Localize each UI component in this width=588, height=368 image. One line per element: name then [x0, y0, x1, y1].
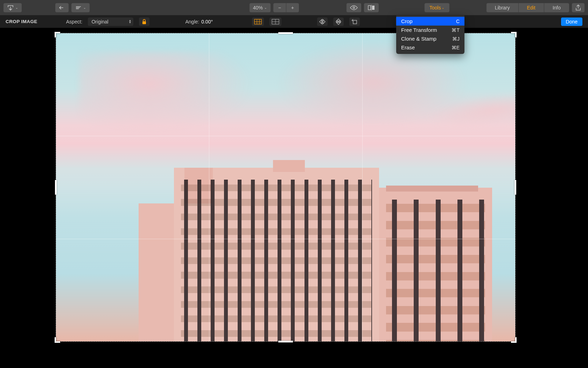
menu-shortcut: ⌘J	[452, 36, 460, 42]
zoom-select[interactable]: 40% ⌄	[250, 3, 271, 12]
menu-label: Crop	[401, 18, 413, 24]
grid-golden-button[interactable]	[270, 18, 281, 26]
svg-rect-4	[368, 6, 371, 10]
tools-menu-erase[interactable]: Erase ⌘E	[396, 43, 464, 52]
compare-button[interactable]	[364, 3, 379, 12]
menu-label: Erase	[401, 44, 415, 50]
share-button[interactable]	[572, 3, 584, 12]
svg-rect-5	[372, 6, 374, 10]
aspect-lock-toggle[interactable]	[139, 18, 149, 26]
zoom-value: 40%	[253, 5, 263, 11]
zoom-in-button[interactable]: +	[286, 3, 299, 12]
crop-handle-right[interactable]	[514, 180, 516, 195]
angle-label: Angle:	[185, 19, 199, 25]
crop-handle-top-left[interactable]	[55, 32, 62, 40]
canvas-area	[0, 28, 588, 368]
tools-menu-crop[interactable]: Crop C	[396, 17, 464, 26]
rotate-button[interactable]	[349, 18, 360, 26]
crop-handle-top-right[interactable]	[509, 32, 517, 40]
tools-dropdown-button[interactable]: Tools⌄	[425, 3, 449, 12]
menu-shortcut: C	[456, 19, 460, 24]
undo-button[interactable]	[55, 3, 69, 12]
crop-handle-left[interactable]	[55, 180, 57, 195]
crop-handle-bottom-left[interactable]	[55, 335, 62, 343]
flip-vertical-button[interactable]	[333, 18, 344, 26]
crop-region[interactable]	[56, 33, 515, 341]
tools-menu-free-transform[interactable]: Free Transform ⌘T	[396, 26, 464, 34]
tools-label: Tools	[429, 5, 441, 11]
image-canvas[interactable]	[56, 33, 515, 341]
aspect-value: Original	[91, 19, 108, 25]
svg-rect-7	[142, 21, 146, 24]
crop-handle-bottom-right[interactable]	[509, 335, 517, 343]
crop-toolbar: CROP IMAGE Aspect: Original ▲▼ Angle: 0.…	[0, 15, 588, 28]
mode-edit[interactable]: Edit	[519, 3, 544, 12]
menu-label: Clone & Stamp	[401, 36, 436, 42]
angle-value: 0.00°	[201, 19, 213, 25]
top-toolbar: ⌄ ⌄ 40% ⌄ − + Tools⌄ Library Edit Info	[0, 0, 588, 15]
menu-shortcut: ⌘E	[451, 45, 460, 50]
history-button[interactable]: ⌄	[71, 3, 90, 12]
tools-menu: Crop C Free Transform ⌘T Clone & Stamp ⌘…	[396, 15, 464, 54]
crop-title: CROP IMAGE	[6, 19, 37, 24]
aspect-label: Aspect:	[66, 19, 83, 25]
export-button[interactable]: ⌄	[4, 3, 22, 12]
crop-handle-bottom[interactable]	[278, 341, 293, 342]
menu-label: Free Transform	[401, 27, 437, 33]
tools-menu-clone-stamp[interactable]: Clone & Stamp ⌘J	[396, 34, 464, 43]
svg-rect-17	[353, 20, 357, 24]
zoom-out-button[interactable]: −	[273, 3, 286, 12]
preview-toggle[interactable]	[346, 3, 361, 12]
done-button[interactable]: Done	[561, 18, 582, 26]
flip-horizontal-button[interactable]	[317, 18, 328, 26]
menu-shortcut: ⌘T	[451, 27, 460, 33]
aspect-select[interactable]: Original ▲▼	[88, 18, 133, 26]
grid-thirds-button[interactable]	[252, 18, 264, 26]
svg-point-3	[353, 7, 355, 8]
mode-segmented-control: Library Edit Info	[486, 3, 569, 12]
mode-info[interactable]: Info	[544, 3, 569, 12]
zoom-stepper: − +	[273, 3, 299, 12]
crop-handle-top[interactable]	[278, 32, 293, 34]
mode-library[interactable]: Library	[486, 3, 518, 12]
